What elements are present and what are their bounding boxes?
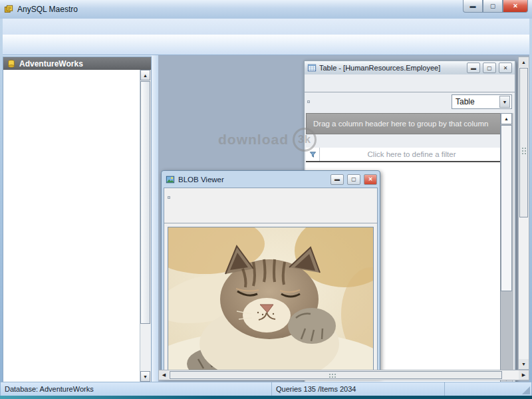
grid-scrollbar[interactable]: ▲ ▼ xyxy=(500,113,513,382)
mdi-scroll-down[interactable]: ▼ xyxy=(519,359,529,369)
chevron-down-icon: ▼ xyxy=(499,96,510,108)
tree-scrollbar[interactable]: ▲ ▼ xyxy=(140,70,151,382)
close-button[interactable]: ✕ xyxy=(503,0,528,13)
watermark: download 3k xyxy=(218,128,317,152)
mdi-vscroll-thumb[interactable] xyxy=(519,68,528,217)
filter-indicator-cell xyxy=(306,148,320,161)
blob-image-area xyxy=(168,227,374,376)
mdi-area: Table - [HumanResources.Employee] ▬ ▢ ✕ … xyxy=(158,55,529,382)
status-counts: Queries 135 /Items 2034 xyxy=(272,382,445,396)
blob-window-title: BLOB Viewer xyxy=(178,176,327,184)
blob-close-button[interactable]: ✕ xyxy=(364,174,377,185)
panel-splitter[interactable] xyxy=(152,55,158,382)
tree-scroll-thumb[interactable] xyxy=(140,81,150,324)
title-bar[interactable]: AnySQL Maestro ▬ ▢ ✕ xyxy=(0,0,532,19)
filter-prompt[interactable]: Click here to define a filter xyxy=(320,148,503,161)
blob-navigator xyxy=(164,188,377,207)
grid-scroll-thumb[interactable] xyxy=(501,125,512,291)
toolbar xyxy=(3,35,529,55)
maximize-button[interactable]: ▢ xyxy=(483,0,503,13)
view-mode-value: Table xyxy=(456,97,475,106)
explorer-panel: AdventureWorks ▲ ▼ xyxy=(3,57,152,382)
minimize-button[interactable]: ▬ xyxy=(463,0,483,13)
blob-viewer-window: BLOB Viewer ▬ ▢ ✕ xyxy=(161,170,380,378)
watermark-text: download xyxy=(218,132,289,148)
mdi-scroll-right[interactable]: ▶ xyxy=(519,370,529,380)
table-window-titlebar[interactable]: Table - [HumanResources.Employee] ▬ ▢ ✕ xyxy=(305,61,515,74)
image-icon xyxy=(166,175,175,184)
group-by-bar[interactable]: Drag a column header here to group by th… xyxy=(306,113,501,134)
mdi-horizontal-scrollbar[interactable]: ◀ ▶ xyxy=(158,370,529,380)
mdi-scroll-left[interactable]: ◀ xyxy=(159,370,169,380)
mdi-scroll-up[interactable]: ▲ xyxy=(519,57,529,67)
funnel-icon xyxy=(309,151,317,158)
blob-client xyxy=(164,188,378,377)
status-extra xyxy=(445,382,531,396)
application-window: AnySQL Maestro ▬ ▢ ✕ AdventureWorks ▲ ▼ xyxy=(0,0,532,399)
grid-scroll-up[interactable]: ▲ xyxy=(501,113,512,124)
kitten-photo xyxy=(168,227,374,376)
table-maximize-button[interactable]: ▢ xyxy=(483,63,496,73)
status-bar: Database: AdventureWorks Queries 135 /It… xyxy=(1,382,531,396)
mdi-vertical-scrollbar[interactable]: ▲ ▼ xyxy=(518,57,529,370)
app-icon xyxy=(4,5,13,14)
blob-maximize-button[interactable]: ▢ xyxy=(347,174,360,185)
blob-titlebar[interactable]: BLOB Viewer ▬ ▢ ✕ xyxy=(163,172,378,186)
explorer-header-label: AdventureWorks xyxy=(19,59,83,68)
table-icon xyxy=(307,63,317,72)
blob-minimize-button[interactable]: ▬ xyxy=(331,174,344,185)
view-mode-select[interactable]: Table ▼ xyxy=(452,94,512,109)
window-title: AnySQL Maestro xyxy=(17,5,78,14)
status-database: Database: AdventureWorks xyxy=(1,382,272,396)
window-border-bottom xyxy=(0,396,532,399)
table-window-title: Table - [HumanResources.Employee] xyxy=(319,64,464,72)
table-tabs xyxy=(305,74,515,92)
workspace: AdventureWorks ▲ ▼ Table - [HumanResourc… xyxy=(3,55,529,382)
explorer-tree xyxy=(3,70,140,382)
grid-filter-row[interactable]: Click here to define a filter xyxy=(306,148,503,162)
group-by-text: Drag a column header here to group by th… xyxy=(313,120,488,128)
blob-tabs xyxy=(164,207,377,223)
tree-scroll-up[interactable]: ▲ xyxy=(140,70,150,80)
tree-scroll-down[interactable]: ▼ xyxy=(140,371,150,382)
menu-bar xyxy=(3,19,529,35)
data-navigator: Table ▼ xyxy=(305,92,515,111)
explorer-header[interactable]: AdventureWorks xyxy=(3,57,151,70)
table-minimize-button[interactable]: ▬ xyxy=(467,63,480,73)
database-icon xyxy=(7,59,16,68)
table-close-button[interactable]: ✕ xyxy=(499,63,512,73)
